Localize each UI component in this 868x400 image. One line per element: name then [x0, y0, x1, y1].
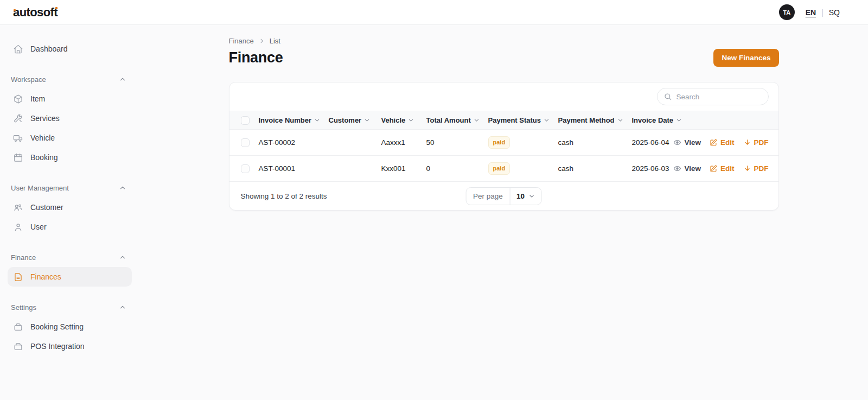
column-header-payment-status[interactable]: Payment Status: [488, 111, 558, 130]
eye-icon: [673, 138, 681, 147]
language-switcher: EN | SQ: [806, 8, 840, 17]
user-icon: [13, 222, 23, 232]
sidebar-item-label: Customer: [30, 203, 63, 212]
breadcrumb-finance[interactable]: Finance: [229, 37, 254, 45]
row-checkbox[interactable]: [241, 138, 250, 147]
cell-invoice-number: AST-00002: [259, 130, 329, 156]
sidebar-item-vehicle[interactable]: Vehicle: [8, 128, 132, 148]
column-label: Payment Status: [488, 116, 541, 124]
view-label: View: [684, 164, 701, 173]
sidebar-item-finances[interactable]: Finances: [8, 267, 132, 287]
cell-total-amount: 50: [426, 130, 488, 156]
toolbox-icon: [13, 322, 23, 332]
avatar[interactable]: TA: [779, 4, 795, 20]
new-finances-button[interactable]: New Finances: [713, 49, 778, 67]
calendar-icon: [13, 153, 23, 163]
sidebar-item-services[interactable]: Services: [8, 109, 132, 128]
column-label: Invoice Date: [632, 116, 674, 124]
cell-vehicle: Aaxxx1: [381, 130, 426, 156]
column-header-payment-method[interactable]: Payment Method: [558, 111, 632, 130]
pdf-action[interactable]: PDF: [743, 138, 769, 147]
sidebar-section-workspace[interactable]: Workspace: [11, 74, 126, 85]
page-title: Finance: [229, 49, 283, 66]
chevron-down-icon: [617, 117, 624, 124]
chevron-up-icon: [119, 253, 126, 261]
lang-sq[interactable]: SQ: [829, 8, 840, 17]
search-icon: [663, 92, 672, 101]
sidebar-section-user-management[interactable]: User Management: [11, 182, 126, 193]
pdf-action[interactable]: PDF: [743, 164, 769, 173]
sidebar-item-pos-integration[interactable]: POS Integration: [8, 336, 132, 356]
chevron-down-icon: [473, 117, 480, 124]
pencil-square-icon: [710, 138, 718, 147]
logo-accent: [14, 9, 16, 11]
column-header-invoice-number[interactable]: Invoice Number: [259, 111, 329, 130]
sidebar-item-booking[interactable]: Booking: [8, 148, 132, 167]
edit-action[interactable]: Edit: [710, 164, 735, 173]
document-icon: [13, 272, 23, 282]
chevron-down-icon: [675, 117, 682, 124]
main-area: Finance List Finance New Finances: [139, 25, 868, 400]
row-checkbox[interactable]: [241, 164, 250, 173]
lang-divider: |: [821, 8, 824, 17]
status-badge: paid: [488, 162, 510, 174]
chevron-down-icon: [543, 117, 550, 124]
app-logo[interactable]: autosoft: [13, 5, 58, 20]
results-summary: Showing 1 to 2 of 2 results: [241, 192, 327, 200]
view-action[interactable]: View: [673, 138, 701, 147]
sidebar: Dashboard Workspace Item Services Vehicl…: [0, 25, 139, 400]
sidebar-item-label: User: [30, 223, 47, 231]
pdf-label: PDF: [754, 164, 769, 173]
search-input[interactable]: [657, 88, 769, 105]
sidebar-section-label: User Management: [11, 184, 69, 192]
sidebar-section-label: Settings: [11, 303, 36, 312]
per-page-value: 10: [516, 192, 525, 200]
column-label: Payment Method: [558, 116, 615, 124]
sidebar-item-customer[interactable]: Customer: [8, 198, 132, 217]
select-all-checkbox[interactable]: [241, 116, 250, 125]
logo-accent: [55, 7, 58, 9]
chevron-down-icon: [363, 117, 371, 124]
sidebar-item-user[interactable]: User: [8, 217, 132, 237]
download-arrow-icon: [743, 138, 751, 147]
view-action[interactable]: View: [673, 164, 701, 173]
lang-en[interactable]: EN: [806, 8, 816, 17]
chevron-up-icon: [119, 303, 126, 311]
sidebar-item-label: Item: [30, 94, 45, 103]
home-icon: [13, 44, 23, 54]
sidebar-item-label: Booking Setting: [30, 322, 84, 331]
view-label: View: [684, 138, 701, 147]
toolbox-icon: [13, 341, 23, 352]
sidebar-item-label: POS Integration: [30, 342, 85, 351]
status-badge: paid: [488, 136, 510, 148]
chevron-down-icon: [528, 193, 535, 200]
sidebar-section-finance[interactable]: Finance: [11, 252, 126, 263]
chevron-up-icon: [119, 75, 126, 83]
column-header-vehicle[interactable]: Vehicle: [381, 111, 426, 130]
sidebar-item-booking-setting[interactable]: Booking Setting: [8, 317, 132, 336]
column-header-customer[interactable]: Customer: [329, 111, 381, 130]
column-header-total-amount[interactable]: Total Amount: [426, 111, 488, 130]
column-label: Customer: [329, 116, 362, 124]
sidebar-item-item[interactable]: Item: [8, 89, 132, 109]
column-header-invoice-date[interactable]: Invoice Date: [632, 111, 692, 130]
avatar-initials: TA: [783, 9, 790, 16]
cell-vehicle: Kxx001: [381, 156, 426, 182]
cell-total-amount: 0: [426, 156, 488, 182]
pdf-label: PDF: [754, 138, 769, 147]
breadcrumb-list[interactable]: List: [270, 37, 280, 45]
per-page-select[interactable]: Per page 10: [465, 187, 542, 205]
table-header-row: Invoice Number Customer Vehicle Total Am…: [229, 111, 779, 130]
eye-icon: [673, 164, 681, 173]
column-label: Total Amount: [426, 116, 471, 124]
truck-icon: [13, 133, 23, 143]
chevron-right-icon: [258, 37, 265, 45]
finance-table-card: Invoice Number Customer Vehicle Total Am…: [229, 82, 779, 211]
sidebar-section-settings[interactable]: Settings: [11, 302, 126, 313]
cell-payment-method: cash: [558, 130, 632, 156]
sidebar-item-dashboard[interactable]: Dashboard: [8, 39, 132, 59]
sidebar-section-label: Workspace: [11, 75, 46, 84]
table-row: AST-00001 Kxx001 0 paid cash 2025-06-03 …: [229, 156, 779, 182]
sidebar-item-label: Finances: [30, 272, 61, 281]
edit-action[interactable]: Edit: [710, 138, 735, 147]
